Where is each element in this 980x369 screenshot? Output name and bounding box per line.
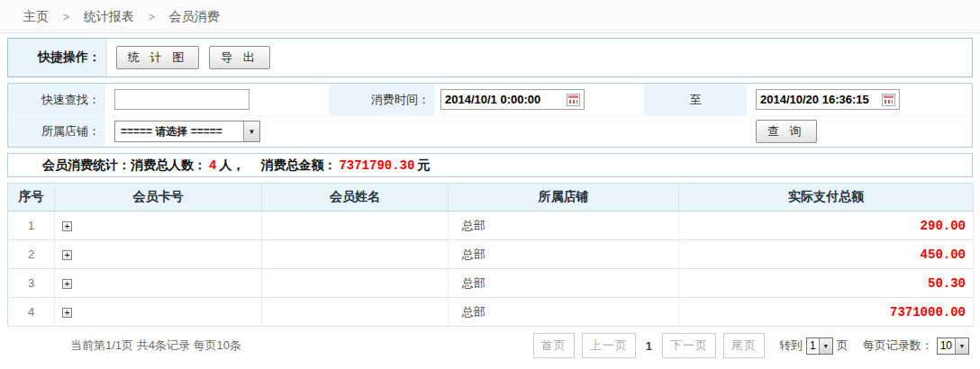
row-store: 总部	[449, 269, 679, 298]
consume-time-label: 消费时间：	[329, 84, 435, 115]
table-row: 2 总部 450.00	[8, 240, 974, 269]
row-store: 总部	[449, 240, 679, 269]
goto-label: 转到	[779, 338, 803, 354]
last-page-button[interactable]: 尾页	[723, 333, 765, 358]
search-row-spacer	[329, 116, 747, 147]
chart-button[interactable]: 统 计 图	[116, 46, 199, 69]
amount-label: 消费总金额：	[260, 158, 336, 174]
search-panel: 快速查找： 消费时间： 2014/10/1 0:00:00 至 2014/10/…	[7, 83, 973, 148]
export-button[interactable]: 导 出	[209, 46, 270, 69]
page-size-select[interactable]: 10 ▼	[937, 338, 969, 355]
footer-bar: 当前第1/1页 共4条记录 每页10条 首页 上一页 1 下一页 尾页 转到 1…	[0, 327, 980, 364]
amount-unit: 元	[417, 158, 430, 174]
row-card	[55, 240, 262, 269]
breadcrumb-item-current[interactable]: 会员消费	[169, 9, 220, 23]
breadcrumb-item-home[interactable]: 主页	[23, 9, 49, 23]
store-label: 所属店铺：	[8, 116, 105, 147]
date-from-input[interactable]: 2014/10/1 0:00:00	[440, 89, 585, 110]
first-page-button[interactable]: 首页	[533, 333, 575, 358]
row-name	[262, 240, 449, 269]
table-row: 3 总部 50.30	[8, 269, 974, 298]
page-size-label: 每页记录数：	[863, 338, 933, 354]
table-row: 1 总部 290.00	[8, 212, 974, 240]
expand-row-icon[interactable]	[62, 221, 72, 231]
chevron-down-icon[interactable]: ▼	[955, 338, 968, 354]
header-card: 会员卡号	[55, 184, 262, 212]
total-amount-value: 7371790.30	[336, 158, 417, 173]
store-cell: ===== 请选择 ===== ▼	[105, 116, 329, 147]
chevron-down-icon[interactable]: ▼	[243, 122, 259, 141]
expand-row-icon[interactable]	[62, 308, 72, 318]
row-amount: 290.00	[679, 212, 974, 240]
expand-row-icon[interactable]	[62, 250, 72, 260]
calendar-icon[interactable]	[567, 94, 580, 106]
row-card	[55, 269, 262, 298]
breadcrumb-separator: >	[63, 11, 69, 23]
header-amount: 实际支付总额	[679, 184, 974, 212]
date-to-cell: 2014/10/20 16:36:15	[747, 84, 972, 115]
quick-ops-label: 快捷操作：	[8, 39, 107, 76]
table-row: 4 总部 7371000.00	[8, 298, 974, 327]
quick-find-label: 快速查找：	[8, 84, 105, 115]
row-seq: 2	[8, 240, 55, 269]
prev-page-button[interactable]: 上一页	[582, 333, 636, 358]
row-seq: 3	[8, 269, 55, 298]
page-summary: 当前第1/1页 共4条记录 每页10条	[70, 338, 241, 354]
date-from-value: 2014/10/1 0:00:00	[445, 93, 540, 106]
row-seq: 1	[8, 212, 55, 240]
breadcrumb: 主页 > 统计报表 > 会员消费	[0, 0, 980, 33]
table-header-row: 序号 会员卡号 会员姓名 所属店铺 实际支付总额	[8, 184, 974, 212]
goto-unit: 页	[837, 338, 848, 354]
page-size-group: 每页记录数： 10 ▼	[863, 338, 971, 355]
current-page-indicator: 1	[646, 339, 652, 353]
breadcrumb-item-reports[interactable]: 统计报表	[84, 9, 134, 23]
store-select-value: ===== 请选择 =====	[115, 122, 243, 141]
to-label: 至	[644, 84, 747, 115]
header-store: 所属店铺	[449, 184, 679, 212]
breadcrumb-separator: >	[149, 11, 155, 23]
quick-find-input[interactable]	[114, 89, 250, 110]
search-row-2: 所属店铺： ===== 请选择 ===== ▼ 查 询	[8, 115, 972, 147]
header-seq: 序号	[8, 184, 55, 212]
row-amount: 450.00	[679, 240, 974, 269]
next-page-button[interactable]: 下一页	[662, 333, 716, 358]
results-table: 序号 会员卡号 会员姓名 所属店铺 实际支付总额 1 总部 290.00 2 总…	[7, 183, 974, 327]
date-to-input[interactable]: 2014/10/20 16:36:15	[756, 89, 900, 110]
search-row-1: 快速查找： 消费时间： 2014/10/1 0:00:00 至 2014/10/…	[8, 84, 972, 115]
query-cell: 查 询	[747, 116, 972, 147]
date-from-cell: 2014/10/1 0:00:00	[435, 84, 644, 115]
row-amount: 50.30	[679, 269, 974, 298]
goto-group: 转到 1 ▼ 页	[779, 338, 848, 355]
row-amount: 7371000.00	[679, 298, 974, 327]
stats-bar: 会员消费统计：消费总人数： 4 人， 消费总金额： 7371790.30 元	[7, 153, 973, 177]
quick-ops-buttons: 统 计 图 导 出	[107, 39, 972, 76]
row-card	[55, 298, 262, 327]
page-size-value: 10	[938, 338, 955, 354]
goto-page-select[interactable]: 1 ▼	[806, 338, 833, 355]
header-name: 会员姓名	[262, 184, 449, 212]
row-name	[262, 269, 449, 298]
quick-find-cell	[105, 84, 329, 115]
row-store: 总部	[449, 298, 679, 327]
calendar-icon[interactable]	[882, 94, 895, 106]
quick-ops-panel: 快捷操作： 统 计 图 导 出	[7, 38, 973, 77]
date-to-value: 2014/10/20 16:36:15	[760, 93, 869, 106]
row-store: 总部	[449, 212, 679, 240]
store-select[interactable]: ===== 请选择 ===== ▼	[114, 121, 260, 142]
pagination: 首页 上一页 1 下一页 尾页 转到 1 ▼ 页 每页记录数： 10 ▼	[533, 333, 971, 358]
expand-row-icon[interactable]	[62, 279, 72, 289]
row-seq: 4	[8, 298, 55, 327]
total-people-value: 4	[206, 158, 219, 173]
query-button[interactable]: 查 询	[756, 120, 817, 143]
goto-page-value: 1	[807, 338, 819, 354]
row-name	[262, 298, 449, 327]
row-name	[262, 212, 449, 240]
people-unit: 人，	[219, 158, 244, 174]
row-card	[55, 212, 262, 240]
chevron-down-icon[interactable]: ▼	[819, 338, 832, 354]
stats-prefix: 会员消费统计：消费总人数：	[42, 158, 206, 174]
